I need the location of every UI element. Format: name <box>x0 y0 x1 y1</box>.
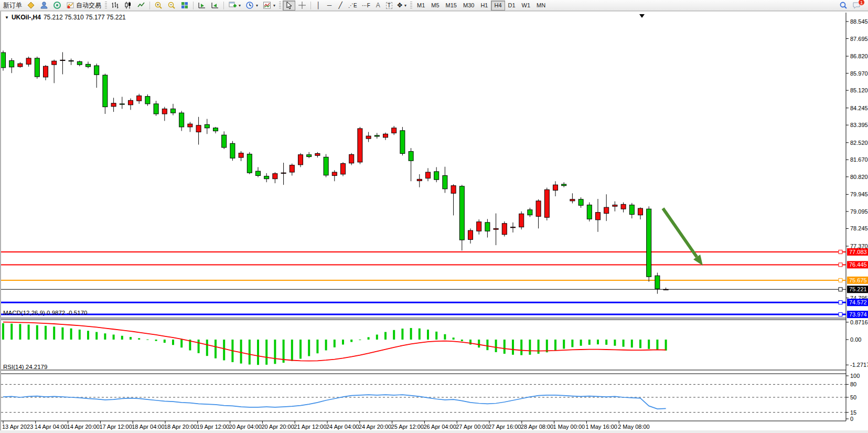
price-tick-label: 82.520 <box>850 140 868 146</box>
macd-bar <box>410 328 412 340</box>
rsi-axis-label: 50 <box>850 394 856 400</box>
crosshair-button[interactable] <box>296 1 308 10</box>
profile-button[interactable] <box>38 1 50 10</box>
search-button[interactable] <box>837 1 850 10</box>
candle-body <box>247 154 252 173</box>
zoom-out-button[interactable] <box>165 1 178 10</box>
candle-body <box>77 61 82 65</box>
candle-body <box>171 109 176 113</box>
crosshair-icon <box>298 1 306 9</box>
candle-body <box>264 176 269 179</box>
candle-body <box>1 52 6 68</box>
timeframe-m15[interactable]: M15 <box>443 1 460 10</box>
candlestick-button[interactable] <box>122 1 134 10</box>
price-badge-76.445: 76.445 <box>847 261 868 268</box>
candle-body <box>213 128 218 131</box>
price-tick-label: 81.670 <box>850 156 868 163</box>
candle-body <box>604 207 609 213</box>
toolbar-grip <box>279 2 281 9</box>
line-handle[interactable] <box>839 250 842 254</box>
horizontal-line-tool[interactable]: ─ <box>324 1 335 10</box>
line-handle[interactable] <box>839 278 842 282</box>
text-label-tool[interactable]: T <box>384 1 394 10</box>
community-chat-button[interactable]: 1 <box>850 1 863 10</box>
price-badge-75.675: 75.675 <box>847 277 868 284</box>
auto-scroll-button[interactable] <box>196 1 208 10</box>
macd-bar <box>427 330 429 340</box>
line-handle[interactable] <box>839 313 842 316</box>
auto-trading-icon <box>66 1 74 9</box>
macd-bar <box>240 340 242 364</box>
arrows-tool[interactable]: ✥▾ <box>395 1 409 10</box>
candle-body <box>196 125 201 132</box>
vertical-line-tool[interactable]: │ <box>313 1 324 10</box>
macd-bar <box>350 340 352 342</box>
toolbar-grip <box>105 2 107 9</box>
time-tick-label: 27 Apr 00:00 <box>456 424 488 430</box>
toolbar-separator <box>149 2 150 9</box>
time-tick-label: 28 Apr 08:00 <box>521 424 553 430</box>
new-order-button[interactable]: 新订单 <box>1 1 24 10</box>
macd-bar <box>299 340 302 358</box>
price-tick-label: 78.245 <box>850 225 868 231</box>
text-icon: A <box>376 2 380 9</box>
bar-chart-button[interactable] <box>109 1 121 10</box>
cursor-button[interactable] <box>283 1 295 10</box>
timeframe-mn[interactable]: MN <box>533 1 549 10</box>
macd-bar <box>623 340 625 347</box>
time-tick-label: 27 Apr 16:00 <box>488 424 521 430</box>
candle-body <box>536 201 541 216</box>
candle-body <box>434 172 439 179</box>
candle-body <box>562 184 566 186</box>
tile-windows-button[interactable] <box>178 1 191 10</box>
candle-body <box>179 113 184 127</box>
timeframe-m30[interactable]: M30 <box>460 1 477 10</box>
indicators-button[interactable]: ▾ <box>261 1 277 10</box>
timeframe-m5[interactable]: M5 <box>428 1 442 10</box>
line-handle[interactable] <box>839 263 842 267</box>
equidistant-channel-tool[interactable]: ⋰E <box>346 1 359 10</box>
macd-bar <box>368 337 370 340</box>
line-handle[interactable] <box>839 288 842 291</box>
price-tick-label: 85.970 <box>850 70 868 77</box>
macd-axis-label: 0.00 <box>850 336 861 343</box>
macd-bar <box>401 329 403 340</box>
fibonacci-tool[interactable]: ⋯F <box>360 1 372 10</box>
macd-bar <box>656 340 658 350</box>
text-tool[interactable]: A <box>373 1 383 10</box>
candle-body <box>544 189 549 217</box>
macd-bar <box>648 340 650 349</box>
zoom-in-button[interactable] <box>152 1 165 10</box>
candle-body <box>621 204 626 209</box>
macd-bar <box>334 340 336 347</box>
timeframe-group: M1M5M15M30H1H4D1W1MN <box>414 1 549 10</box>
metaeditor-button[interactable] <box>25 1 37 10</box>
timeframe-m1[interactable]: M1 <box>414 1 428 10</box>
timeframe-h1[interactable]: H1 <box>477 1 491 10</box>
chart-window[interactable]: 88.54587.69586.82085.97085.12084.24583.3… <box>0 11 868 431</box>
price-chart[interactable]: 88.54587.69586.82085.97085.12084.24583.3… <box>1 12 868 431</box>
signals-button[interactable] <box>51 1 63 10</box>
macd-bar <box>257 340 259 365</box>
candle-body <box>154 104 158 114</box>
time-tick-label: 14 Apr 04:00 <box>35 424 67 430</box>
time-tick-label: 18 Apr 04:00 <box>132 424 164 430</box>
candle-body <box>324 157 328 175</box>
chart-shift-button[interactable] <box>209 1 221 10</box>
candle-body <box>358 129 362 162</box>
timeframe-d1[interactable]: D1 <box>505 1 519 10</box>
timeframe-w1[interactable]: W1 <box>519 1 534 10</box>
macd-bar <box>495 340 497 352</box>
candle-body <box>145 97 150 104</box>
candle-body <box>307 155 312 157</box>
timeframe-h4[interactable]: H4 <box>491 1 505 10</box>
auto-trading-button[interactable]: 自动交易 <box>64 1 103 10</box>
line-handle[interactable] <box>839 301 842 304</box>
trendline-tool[interactable]: ╱ <box>335 1 346 10</box>
candlestick-icon <box>124 1 132 9</box>
macd-bar <box>53 326 55 340</box>
period-button[interactable]: ▾ <box>243 1 260 10</box>
line-chart-button[interactable] <box>135 1 147 10</box>
new-chart-button[interactable]: ▾ <box>226 1 243 10</box>
time-tick-label: 19 Apr 12:00 <box>197 424 229 430</box>
